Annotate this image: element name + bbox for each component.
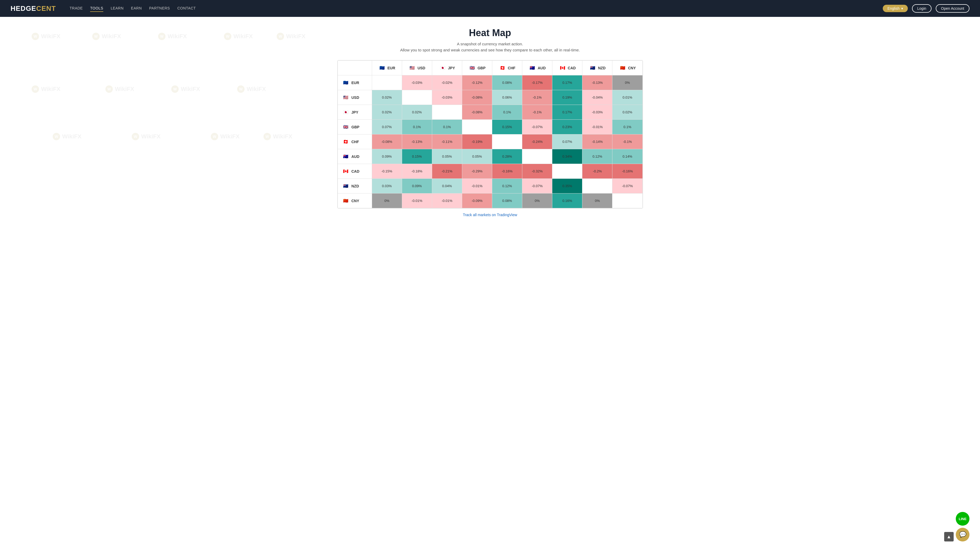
row-header-usd: 🇺🇸USD — [337, 90, 372, 105]
navbar: HEDGECENT TRADE TOOLS LEARN EARN PARTNER… — [0, 0, 980, 17]
row-label-gbp: GBP — [352, 125, 360, 129]
cell-cad-eur: -0.15% — [372, 164, 402, 179]
nav-partners[interactable]: PARTNERS — [149, 5, 170, 12]
cell-aud-aud — [522, 149, 552, 164]
row-label-cny: CNY — [352, 199, 360, 203]
cell-value-nzd-eur: 0.03% — [382, 184, 392, 188]
cell-gbp-aud: -0.07% — [522, 120, 552, 134]
col-header-cad: 🇨🇦CAD — [552, 61, 582, 75]
open-account-button[interactable]: Open Account — [936, 4, 969, 13]
cell-value-aud-cny: 0.14% — [623, 155, 632, 158]
cell-value-chf-aud: -0.24% — [532, 140, 542, 144]
table-row: 🇨🇦CAD-0.15%-0.18%-0.21%-0.29%-0.16%-0.32… — [337, 164, 643, 179]
cell-eur-chf: 0.08% — [492, 75, 522, 90]
cell-cad-cny: -0.16% — [612, 164, 643, 179]
cell-eur-jpy: -0.02% — [432, 75, 462, 90]
cell-usd-usd — [402, 90, 432, 105]
cell-nzd-chf: 0.12% — [492, 179, 522, 193]
cell-nzd-eur: 0.03% — [372, 179, 402, 193]
cell-value-nzd-aud: -0.07% — [532, 184, 542, 188]
cell-value-gbp-aud: -0.07% — [532, 125, 542, 129]
cell-gbp-eur: 0.07% — [372, 120, 402, 134]
cell-value-cny-aud: 0% — [535, 199, 540, 203]
cell-eur-eur — [372, 75, 402, 90]
tradingview-link[interactable]: Track all markets on TradingView — [5, 213, 975, 217]
cell-usd-aud: -0.1% — [522, 90, 552, 105]
cell-jpy-cad: 0.17% — [552, 105, 582, 120]
cell-value-jpy-eur: 0.02% — [382, 110, 392, 114]
nav-trade[interactable]: TRADE — [70, 5, 83, 12]
cell-chf-gbp: -0.19% — [462, 134, 492, 149]
row-header-chf: 🇨🇭CHF — [337, 134, 372, 149]
cell-cny-eur: 0% — [372, 193, 402, 208]
language-label: English — [888, 6, 900, 11]
col-header-cny: 🇨🇳CNY — [612, 61, 643, 75]
cell-chf-nzd: -0.14% — [582, 134, 612, 149]
flag-usd: 🇺🇸 — [409, 64, 416, 72]
language-button[interactable]: English ▾ — [883, 5, 908, 12]
cell-value-cad-eur: -0.15% — [381, 169, 392, 173]
logo[interactable]: HEDGECENT — [11, 5, 56, 13]
cell-usd-chf: 0.06% — [492, 90, 522, 105]
row-flag-eur: 🇪🇺 — [342, 79, 349, 86]
cell-usd-nzd: -0.04% — [582, 90, 612, 105]
page-subtitle: A snapshot of currency market action. — [5, 41, 975, 46]
cell-nzd-jpy: 0.04% — [432, 179, 462, 193]
cell-value-usd-chf: 0.06% — [502, 96, 512, 99]
cell-value-gbp-cad: 0.23% — [562, 125, 572, 129]
col-label-cad: CAD — [568, 66, 576, 70]
cell-cny-cny — [612, 193, 643, 208]
login-button[interactable]: Login — [912, 4, 932, 13]
cell-chf-chf — [492, 134, 522, 149]
cell-gbp-cad: 0.23% — [552, 120, 582, 134]
cell-aud-chf: 0.28% — [492, 149, 522, 164]
cell-chf-cny: -0.1% — [612, 134, 643, 149]
cell-value-gbp-chf: 0.15% — [502, 125, 512, 129]
nav-learn[interactable]: LEARN — [111, 5, 124, 12]
cell-jpy-cny: 0.02% — [612, 105, 643, 120]
cell-eur-usd: -0.03% — [402, 75, 432, 90]
cell-value-usd-eur: 0.02% — [382, 96, 392, 99]
cell-value-gbp-nzd: -0.01% — [592, 125, 603, 129]
row-label-chf: CHF — [352, 140, 359, 144]
cell-cad-nzd: -0.2% — [582, 164, 612, 179]
cell-value-usd-gbp: -0.08% — [472, 96, 482, 99]
page-title: Heat Map — [5, 27, 975, 38]
cell-gbp-chf: 0.15% — [492, 120, 522, 134]
table-row: 🇬🇧GBP0.07%0.1%0.1%0.15%-0.07%0.23%-0.01%… — [337, 120, 643, 134]
cell-chf-aud: -0.24% — [522, 134, 552, 149]
cell-cny-usd: -0.01% — [402, 193, 432, 208]
cell-value-nzd-jpy: 0.04% — [442, 184, 452, 188]
nav-earn[interactable]: EARN — [131, 5, 142, 12]
flag-nzd: 🇳🇿 — [589, 64, 596, 72]
cell-gbp-usd: 0.1% — [402, 120, 432, 134]
cell-value-cny-gbp: -0.09% — [472, 199, 482, 203]
cell-cny-nzd: 0% — [582, 193, 612, 208]
logo-hedge: HEDGECENT — [11, 5, 56, 13]
cell-value-eur-nzd: -0.13% — [592, 81, 603, 85]
cell-chf-cad: 0.07% — [552, 134, 582, 149]
col-label-aud: AUD — [538, 66, 546, 70]
nav-tools[interactable]: TOOLS — [90, 5, 103, 12]
col-header-aud: 🇦🇺AUD — [522, 61, 552, 75]
cell-value-eur-jpy: -0.02% — [442, 81, 452, 85]
row-header-gbp: 🇬🇧GBP — [337, 120, 372, 134]
cell-value-chf-cad: 0.07% — [562, 140, 572, 144]
page-desc: Allow you to spot strong and weak curren… — [5, 48, 975, 52]
nav-contact[interactable]: CONTACT — [177, 5, 196, 12]
cell-value-cny-chf: 0.08% — [502, 199, 512, 203]
cell-eur-gbp: -0.12% — [462, 75, 492, 90]
table-row: 🇺🇸USD0.02%-0.03%-0.08%0.06%-0.1%0.19%-0.… — [337, 90, 643, 105]
flag-jpy: 🇯🇵 — [439, 64, 446, 72]
row-header-cad: 🇨🇦CAD — [337, 164, 372, 179]
cell-value-aud-jpy: 0.05% — [442, 155, 452, 158]
cell-chf-jpy: -0.11% — [432, 134, 462, 149]
row-label-aud: AUD — [352, 155, 360, 159]
cell-value-cny-usd: -0.01% — [412, 199, 422, 203]
row-flag-jpy: 🇯🇵 — [342, 108, 349, 116]
col-label-gbp: GBP — [477, 66, 485, 70]
row-flag-aud: 🇦🇺 — [342, 153, 349, 160]
cell-cad-gbp: -0.29% — [462, 164, 492, 179]
col-label-nzd: NZD — [598, 66, 606, 70]
cell-value-gbp-cny: 0.1% — [624, 125, 632, 129]
